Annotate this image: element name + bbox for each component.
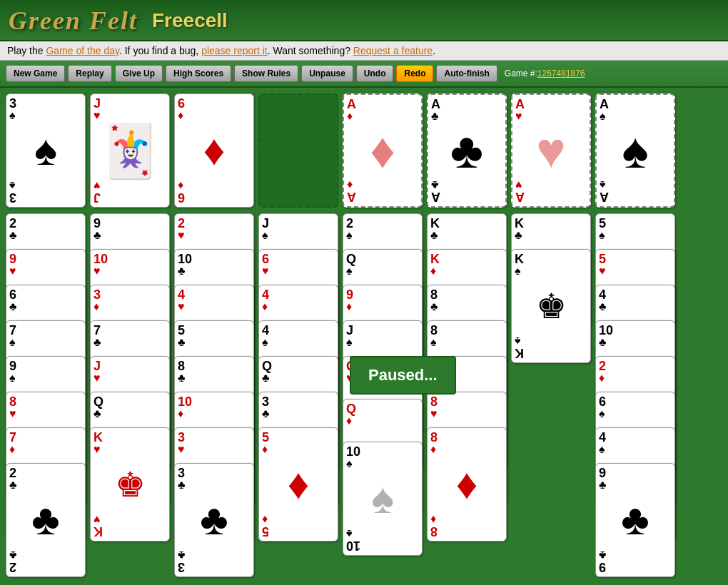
card-col5-7[interactable]: 10♠ ♠ 10♠	[343, 442, 423, 556]
card-col6-7[interactable]: 8♦ ♦ 8♦	[427, 427, 507, 541]
logo: Green Felt	[9, 6, 138, 36]
undo-button[interactable]: Undo	[356, 65, 394, 82]
column-6: K♣ ♣ K♣ K♦ ♦ K♦ 8♣ ♣ 8♣	[427, 213, 507, 585]
header: Green Felt Freecell	[0, 0, 728, 41]
card-col4-7[interactable]: 5♦ ♦ 5♦	[258, 427, 338, 541]
report-bug-link[interactable]: please report it	[201, 45, 268, 56]
game-title: Freecell	[152, 9, 228, 32]
show-rules-button[interactable]: Show Rules	[234, 65, 298, 82]
column-5: Paused... 2♠ ♠ 2♠ Q♠ ♠ Q♠ 9♦ ♦	[343, 213, 423, 585]
request-feature-link[interactable]: Request a feature	[353, 45, 433, 56]
columns-row: 2♣ ♣ 2♣ 9♥ ♥ 9♥ 6♣ ♣ 6♣	[6, 213, 722, 585]
freecell-4[interactable]	[258, 93, 338, 208]
foundation-2[interactable]: A♣ ♣ A♣	[427, 93, 507, 208]
new-game-button[interactable]: New Game	[6, 65, 65, 82]
game-area: 3♠ ♠ 3♠ J♥ 🃏 J♥ 6♦ ♦ 6♦ A♦ ♦ A♦ A♣ ♣ A♣	[0, 88, 728, 585]
freecell-3[interactable]: 6♦ ♦ 6♦	[174, 93, 254, 208]
replay-button[interactable]: Replay	[68, 65, 111, 82]
info-text-before-link1: Play the	[7, 45, 46, 56]
freecell-2[interactable]: J♥ 🃏 J♥	[90, 93, 170, 208]
foundation-3[interactable]: A♥ ♥ A♥	[511, 93, 591, 208]
card-col1-8[interactable]: 2♣ ♣ 2♣	[6, 463, 86, 577]
foundation-1[interactable]: A♦ ♦ A♦	[343, 93, 423, 208]
game-of-day-link[interactable]: Game of the day	[46, 45, 118, 56]
give-up-button[interactable]: Give Up	[115, 65, 163, 82]
card-col8-8[interactable]: 9♣ ♣ 9♣	[595, 463, 675, 577]
foundation-4[interactable]: A♠ ♠ A♠	[595, 93, 675, 208]
card-col2-7[interactable]: K♥ ♚ K♥	[90, 427, 170, 541]
toolbar: New Game Replay Give Up High Scores Show…	[0, 61, 728, 88]
column-7: K♣ ♔ K♣ K♠ ♚ K♠	[511, 213, 591, 585]
column-8: 5♠ ♠ 5♠ 5♥ ♥ 5♥ 4♣ ♣ 4♣	[595, 213, 675, 585]
info-text-middle1: . If you find a bug,	[119, 45, 201, 56]
info-bar: Play the Game of the day. If you find a …	[0, 41, 728, 61]
high-scores-button[interactable]: High Scores	[166, 65, 231, 82]
game-number-link[interactable]: 1267481876	[537, 68, 585, 78]
freecell-1[interactable]: 3♠ ♠ 3♠	[6, 93, 86, 208]
card-col3-8[interactable]: 3♣ ♣ 3♣	[174, 463, 254, 577]
auto-finish-button[interactable]: Auto-finish	[436, 65, 497, 82]
card-col7-2[interactable]: K♠ ♚ K♠	[511, 249, 591, 363]
info-text-end: .	[433, 45, 435, 56]
column-1: 2♣ ♣ 2♣ 9♥ ♥ 9♥ 6♣ ♣ 6♣	[6, 213, 86, 585]
column-2: 9♣ ♣ 9♣ 10♥ ♥ 10♥ 3♦ ♦ 3♦	[90, 213, 170, 585]
top-row: 3♠ ♠ 3♠ J♥ 🃏 J♥ 6♦ ♦ 6♦ A♦ ♦ A♦ A♣ ♣ A♣	[6, 93, 722, 208]
column-4: J♠ ♠ J♠ 6♥ ♥ 6♥ 4♦ ♦ 4♦	[258, 213, 338, 585]
unpause-button[interactable]: Unpause	[301, 65, 353, 82]
game-number: Game #:1267481876	[505, 68, 585, 78]
redo-button[interactable]: Redo	[396, 65, 433, 82]
column-3: 2♥ ♥ 2♥ 10♣ ♣ 10♣ 4♥ ♥ 4♥	[174, 213, 254, 585]
info-text-middle2: . Want something?	[268, 45, 353, 56]
